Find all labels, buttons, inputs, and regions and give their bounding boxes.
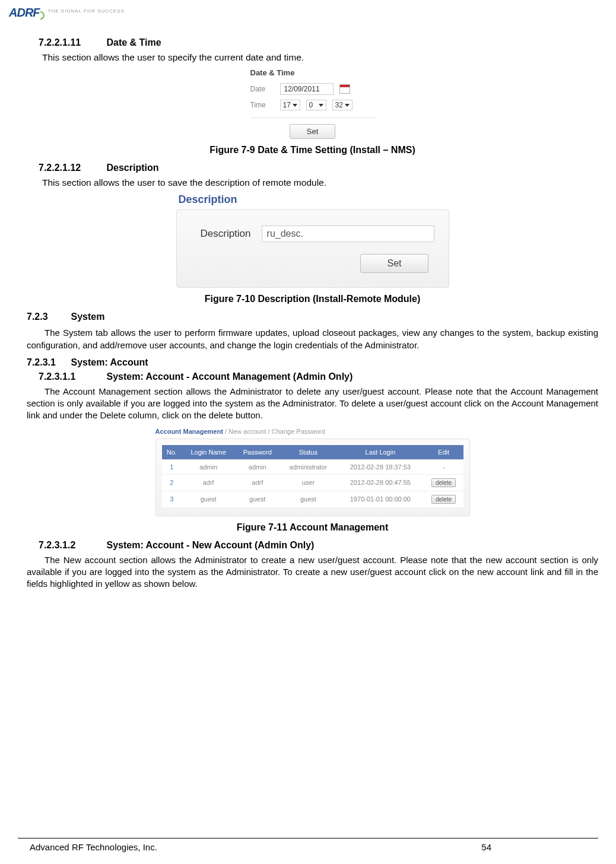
heading-number: 7.2.3	[27, 312, 68, 322]
heading-number: 7.2.2.1.12	[39, 163, 104, 173]
heading-system-account: 7.2.3.1 System: Account	[27, 357, 598, 368]
dt-date-row: Date 12/09/2011	[250, 83, 375, 95]
page-footer: Advanced RF Technologies, Inc. 54	[18, 838, 598, 852]
para-account-management: The Account Management section allows th…	[27, 386, 598, 422]
heading-title: Date & Time	[106, 37, 161, 47]
col-no: No.	[162, 445, 182, 460]
chevron-down-icon	[319, 104, 323, 107]
table-row: 2 adrf adrf user 2012-02-28 00:47:55 del…	[162, 474, 463, 491]
date-time-widget: Date & Time Date 12/09/2011 Time 17 0 32…	[250, 68, 375, 139]
description-widget: Description Description ru_desc. Set	[176, 193, 449, 288]
brand-logo: ADRF	[9, 6, 45, 20]
divider	[250, 117, 375, 118]
document-header: ADRF THE SIGNAL FOR SUCCESS	[9, 6, 607, 20]
chevron-down-icon	[345, 104, 350, 107]
heading-number: 7.2.3.1	[27, 357, 68, 368]
description-input[interactable]: ru_desc.	[262, 225, 434, 242]
logo-tagline: THE SIGNAL FOR SUCCESS	[48, 8, 125, 14]
figure-caption-7-9: Figure 7-9 Date & Time Setting (Install …	[27, 145, 598, 155]
edit-cell: -	[424, 459, 463, 474]
heading-date-time: 7.2.2.1.11 Date & Time	[39, 37, 598, 48]
hour-select[interactable]: 17	[280, 100, 300, 110]
delete-button[interactable]: delete	[431, 495, 456, 504]
desc-panel: Description ru_desc. Set	[176, 209, 449, 288]
col-edit: Edit	[424, 445, 463, 460]
date-input[interactable]: 12/09/2011	[280, 83, 334, 95]
table-row: 3 guest guest guest 1970-01-01 00:00:00 …	[162, 491, 463, 507]
dt-heading: Date & Time	[250, 68, 375, 77]
dt-date-label: Date	[250, 85, 274, 93]
footer-company: Advanced RF Technologies, Inc.	[18, 842, 481, 852]
para-system: The System tab allows the user to perfor…	[27, 327, 598, 351]
heading-title: System: Account - New Account (Admin Onl…	[106, 540, 314, 550]
second-select[interactable]: 32	[332, 100, 353, 110]
table-header-row: No. Login Name Password Status Last Logi…	[162, 445, 463, 460]
heading-title: Description	[106, 163, 158, 173]
para-new-account: The New account section allows the Admin…	[27, 554, 598, 590]
account-table: No. Login Name Password Status Last Logi…	[162, 445, 463, 507]
heading-title: System: Account - Account Management (Ad…	[106, 371, 353, 382]
dt-time-row: Time 17 0 32	[250, 100, 375, 110]
dt-time-label: Time	[250, 101, 274, 109]
heading-number: 7.2.3.1.1	[39, 371, 104, 382]
col-status: Status	[280, 445, 336, 460]
para-description: This section allows the user to save the…	[42, 177, 598, 189]
heading-number: 7.2.2.1.11	[39, 37, 104, 48]
date-time-set-button[interactable]: Set	[290, 124, 336, 139]
breadcrumb-new-account[interactable]: New account	[228, 428, 266, 435]
heading-new-account: 7.2.3.1.2 System: Account - New Account …	[39, 540, 598, 551]
heading-title: System	[71, 312, 104, 322]
col-password: Password	[235, 445, 280, 460]
calendar-icon[interactable]	[339, 84, 350, 94]
para-date-time: This section allows the user to specify …	[42, 52, 598, 63]
delete-button[interactable]: delete	[431, 478, 456, 487]
heading-description: 7.2.2.1.12 Description	[39, 163, 598, 173]
heading-title: System: Account	[71, 357, 148, 367]
figure-caption-7-11: Figure 7-11 Account Management	[27, 522, 598, 533]
heading-system: 7.2.3 System	[27, 312, 598, 322]
breadcrumb-change-password[interactable]: Change Password	[272, 428, 325, 435]
col-last-login: Last Login	[336, 445, 424, 460]
footer-page-number: 54	[481, 842, 598, 852]
heading-account-management: 7.2.3.1.1 System: Account - Account Mana…	[39, 371, 598, 382]
heading-number: 7.2.3.1.2	[39, 540, 104, 551]
account-management-widget: Account Management / New account / Chang…	[155, 428, 470, 516]
table-row: 1 admin admin administrator 2012-02-28 1…	[162, 459, 463, 474]
desc-heading: Description	[179, 193, 449, 206]
account-panel: No. Login Name Password Status Last Logi…	[155, 439, 470, 516]
description-set-button[interactable]: Set	[360, 254, 428, 273]
col-login: Login Name	[182, 445, 235, 460]
desc-label: Description	[201, 228, 251, 240]
breadcrumb-active[interactable]: Account Management	[155, 428, 223, 435]
account-breadcrumb: Account Management / New account / Chang…	[155, 428, 470, 435]
chevron-down-icon	[293, 104, 297, 107]
figure-caption-7-10: Figure 7-10 Description (Install-Remote …	[27, 294, 598, 304]
minute-select[interactable]: 0	[306, 100, 326, 110]
